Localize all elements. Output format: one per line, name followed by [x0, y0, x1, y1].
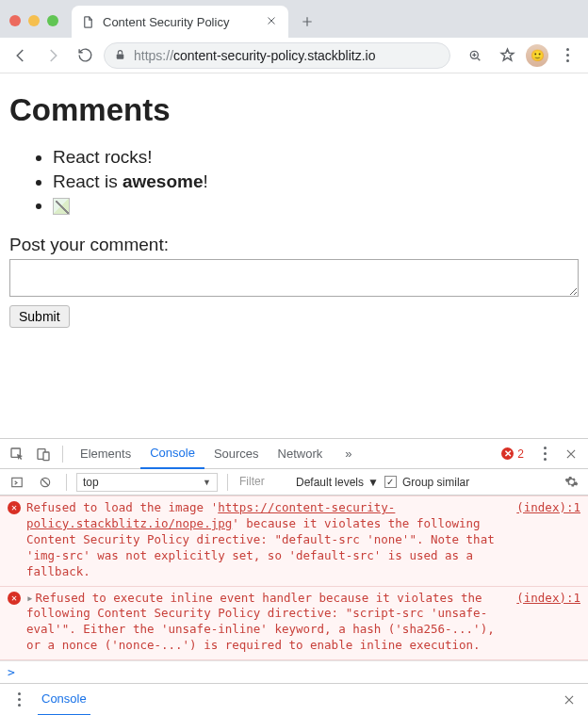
console-sidebar-toggle-icon[interactable] — [6, 471, 28, 494]
page-icon — [81, 15, 95, 29]
devtools-tab-network[interactable]: Network — [269, 439, 333, 469]
toolbar: https://content-security-policy.stackbli… — [0, 38, 588, 73]
comment-form-label: Post your comment: — [9, 235, 579, 255]
comment-item-broken-image — [53, 193, 579, 218]
svg-rect-0 — [117, 54, 124, 58]
context-value: top — [83, 476, 99, 489]
console-error-message[interactable]: ✕▸Refused to execute inline event handle… — [0, 587, 588, 661]
message-source-link[interactable]: (index):1 — [516, 500, 580, 579]
clear-console-icon[interactable] — [34, 471, 57, 494]
bookmark-icon[interactable] — [494, 42, 520, 69]
back-button[interactable] — [8, 42, 34, 69]
fullscreen-window-button[interactable] — [47, 15, 58, 26]
group-similar-checkbox[interactable]: ✓ — [384, 476, 397, 488]
console-error-message[interactable]: ✕Refused to load the image 'https://cont… — [0, 496, 588, 586]
expand-arrow-icon: ▸ — [26, 591, 34, 605]
devtools-tab-console[interactable]: Console — [140, 439, 204, 469]
drawer-console-tab[interactable]: Console — [38, 684, 90, 716]
page-heading: Comments — [9, 92, 579, 128]
tab-strip: Content Security Policy — [0, 0, 588, 38]
device-toolbar-icon[interactable] — [32, 443, 55, 465]
separator — [227, 474, 228, 491]
devtools-tabbar: ElementsConsoleSourcesNetwork » ✕ 2 — [0, 439, 588, 469]
error-icon: ✕ — [8, 501, 21, 514]
profile-avatar[interactable]: 🙂 — [526, 44, 548, 67]
menu-button[interactable] — [554, 42, 580, 69]
submit-button[interactable]: Submit — [9, 305, 70, 328]
console-filter-input[interactable] — [237, 473, 290, 492]
console-settings-icon[interactable] — [560, 471, 582, 494]
inspect-element-icon[interactable] — [6, 443, 28, 465]
log-levels-selector[interactable]: Default levels ▼ — [296, 476, 379, 489]
comment-input[interactable] — [9, 259, 579, 297]
minimize-window-button[interactable] — [28, 15, 40, 26]
window-controls — [9, 15, 58, 26]
devtools-close-button[interactable] — [560, 443, 582, 465]
devtools-drawer: Console — [0, 683, 588, 715]
devtools-more-tabs[interactable]: » — [335, 439, 361, 469]
kebab-icon — [566, 48, 569, 62]
error-counter[interactable]: ✕ 2 — [501, 447, 524, 461]
browser-chrome: Content Security Policy https://content-… — [0, 0, 588, 73]
devtools-tab-sources[interactable]: Sources — [204, 439, 269, 469]
error-count: 2 — [517, 447, 524, 461]
tab-title: Content Security Policy — [103, 15, 258, 29]
new-tab-button[interactable] — [294, 8, 320, 35]
separator — [62, 446, 63, 463]
comments-list: React rocks!React is awesome! — [9, 145, 579, 218]
spacer — [0, 328, 588, 438]
comment-item: React rocks! — [53, 145, 579, 170]
devtools-tabs: ElementsConsoleSourcesNetwork — [71, 439, 332, 469]
comment-item: React is awesome! — [53, 170, 579, 194]
group-similar-label: Group similar — [402, 476, 469, 489]
message-source-link[interactable]: (index):1 — [516, 591, 580, 655]
chevron-down-icon: ▼ — [368, 476, 379, 489]
console-messages: ✕Refused to load the image 'https://cont… — [0, 496, 588, 660]
close-tab-icon[interactable] — [266, 15, 279, 28]
drawer-close-button[interactable] — [558, 689, 580, 711]
address-bar[interactable]: https://content-security-policy.stackbli… — [104, 42, 450, 69]
kebab-icon — [544, 447, 547, 461]
close-window-button[interactable] — [9, 15, 21, 26]
devtools-tab-elements[interactable]: Elements — [71, 439, 140, 469]
drawer-menu-button[interactable] — [8, 689, 30, 711]
chevron-down-icon: ▼ — [203, 478, 211, 487]
error-icon: ✕ — [501, 447, 514, 460]
toolbar-right: 🙂 — [462, 42, 580, 69]
zoom-icon[interactable] — [462, 42, 488, 69]
devtools-menu-button[interactable] — [533, 443, 556, 465]
lock-icon — [114, 49, 126, 61]
separator — [66, 474, 67, 491]
console-prompt[interactable]: > — [0, 660, 588, 683]
devtools: ElementsConsoleSourcesNetwork » ✕ 2 top … — [0, 438, 588, 715]
message-text: ▸Refused to execute inline event handler… — [26, 591, 503, 655]
broken-image-icon — [53, 198, 70, 215]
url-text: https://content-security-policy.stackbli… — [134, 48, 376, 63]
message-text: Refused to load the image 'https://conte… — [26, 500, 503, 579]
page-content: Comments React rocks!React is awesome! P… — [0, 73, 588, 328]
error-icon: ✕ — [8, 592, 21, 605]
browser-tab[interactable]: Content Security Policy — [72, 6, 288, 38]
kebab-icon — [18, 692, 21, 707]
console-toolbar: top ▼ Default levels ▼ ✓ Group similar — [0, 469, 588, 496]
forward-button[interactable] — [40, 42, 66, 69]
reload-button[interactable] — [72, 42, 98, 69]
context-selector[interactable]: top ▼ — [76, 473, 218, 492]
svg-rect-4 — [43, 452, 49, 461]
